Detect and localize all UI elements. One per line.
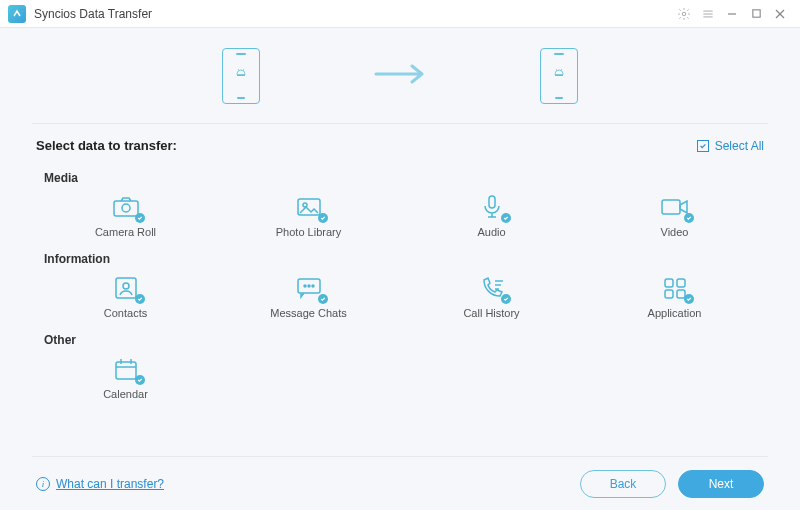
app-title: Syncios Data Transfer [34, 7, 152, 21]
footer: i What can I transfer? Back Next [32, 456, 768, 510]
close-button[interactable] [768, 2, 792, 26]
svg-rect-8 [237, 74, 245, 75]
svg-rect-14 [489, 196, 495, 208]
item-label: Contacts [104, 307, 147, 319]
help-link-group: i What can I transfer? [36, 477, 164, 491]
svg-rect-25 [665, 279, 673, 287]
next-button[interactable]: Next [678, 470, 764, 498]
svg-point-11 [122, 204, 130, 212]
svg-rect-5 [752, 10, 759, 17]
info-icon: i [36, 477, 50, 491]
item-calendar[interactable]: Calendar [44, 353, 207, 406]
titlebar: Syncios Data Transfer [0, 0, 800, 28]
svg-point-0 [682, 12, 686, 16]
svg-point-20 [308, 285, 310, 287]
gear-icon [677, 7, 691, 21]
camera-icon [109, 193, 143, 221]
svg-rect-26 [677, 279, 685, 287]
app-logo-icon [8, 5, 26, 23]
item-label: Audio [477, 226, 505, 238]
select-title: Select data to transfer: [36, 138, 177, 153]
video-icon [658, 193, 692, 221]
menu-button[interactable] [696, 2, 720, 26]
svg-point-17 [123, 283, 129, 289]
item-application[interactable]: Application [593, 272, 756, 325]
item-contacts[interactable]: Contacts [44, 272, 207, 325]
item-camera-roll[interactable]: Camera Roll [44, 191, 207, 244]
contacts-icon [109, 274, 143, 302]
photo-icon [292, 193, 326, 221]
item-label: Message Chats [270, 307, 346, 319]
select-all-checkbox-icon [697, 140, 709, 152]
close-icon [774, 8, 786, 20]
phone-icon [475, 274, 509, 302]
item-video[interactable]: Video [593, 191, 756, 244]
select-all-toggle[interactable]: Select All [697, 139, 764, 153]
back-button-label: Back [610, 477, 637, 491]
svg-rect-29 [116, 362, 136, 379]
item-message-chats[interactable]: Message Chats [227, 272, 390, 325]
svg-point-21 [312, 285, 314, 287]
svg-rect-16 [116, 278, 136, 298]
select-all-label: Select All [715, 139, 764, 153]
item-call-history[interactable]: Call History [410, 272, 573, 325]
calendar-icon [109, 355, 143, 383]
minimize-icon [726, 8, 738, 20]
help-link[interactable]: What can I transfer? [56, 477, 164, 491]
item-photo-library[interactable]: Photo Library [227, 191, 390, 244]
item-label: Calendar [103, 388, 148, 400]
source-device-icon [222, 48, 260, 104]
audio-icon [475, 193, 509, 221]
svg-rect-27 [665, 290, 673, 298]
target-device-icon [540, 48, 578, 104]
apps-icon [658, 274, 692, 302]
message-icon [292, 274, 326, 302]
section-label-media: Media [44, 171, 764, 185]
minimize-button[interactable] [720, 2, 744, 26]
settings-button[interactable] [672, 2, 696, 26]
svg-point-19 [304, 285, 306, 287]
content-area: Select data to transfer: Select All Medi… [0, 124, 800, 456]
transfer-arrow-icon [370, 60, 430, 91]
item-label: Camera Roll [95, 226, 156, 238]
item-label: Photo Library [276, 226, 341, 238]
svg-rect-15 [662, 200, 680, 214]
section-label-other: Other [44, 333, 764, 347]
svg-rect-9 [555, 74, 563, 75]
menu-icon [701, 7, 715, 21]
item-label: Call History [463, 307, 519, 319]
item-label: Video [661, 226, 689, 238]
devices-header [32, 28, 768, 124]
back-button[interactable]: Back [580, 470, 666, 498]
section-label-information: Information [44, 252, 764, 266]
next-button-label: Next [709, 477, 734, 491]
maximize-button[interactable] [744, 2, 768, 26]
maximize-icon [751, 8, 762, 19]
item-audio[interactable]: Audio [410, 191, 573, 244]
item-label: Application [648, 307, 702, 319]
